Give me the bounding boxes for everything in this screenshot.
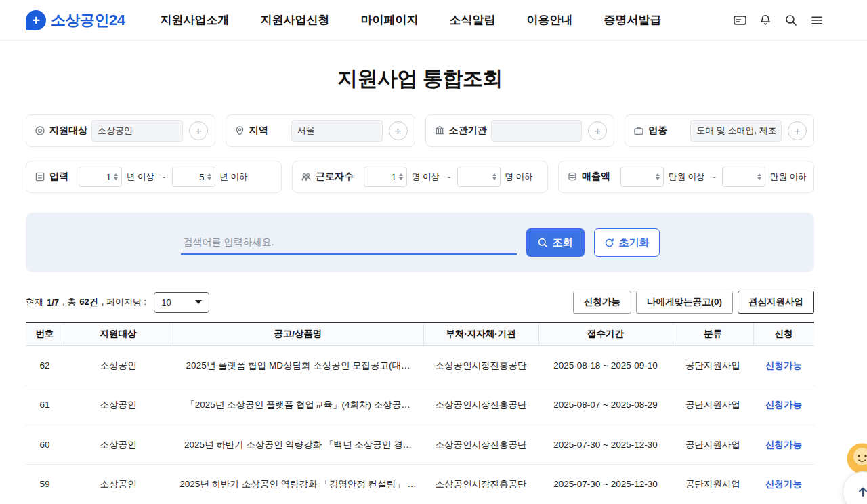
filter-row-1: 지원대상 지역 소관기관 업종 xyxy=(26,114,814,147)
cell-target: 소상공인 xyxy=(64,345,173,385)
nav-item-certificates[interactable]: 증명서발급 xyxy=(604,12,661,28)
col-header-no: 번호 xyxy=(26,322,64,345)
cell-category: 공단지원사업 xyxy=(673,345,753,385)
filter-row-2: 업력 년 이상 ~ 년 이하 근로자수 명 이상 ~ 명 이하 xyxy=(26,161,814,193)
logo[interactable]: + 소상공인24 xyxy=(26,10,125,30)
industry-input[interactable] xyxy=(690,120,782,142)
support-target-input[interactable] xyxy=(91,120,183,142)
cell-target: 소상공인 xyxy=(64,385,173,425)
nav-item-support-apply[interactable]: 지원사업신청 xyxy=(260,12,329,28)
filter-label-text: 근로자수 xyxy=(316,171,354,183)
cell-org: 소상공인시장진흥공단 xyxy=(423,465,538,504)
employees-min-input[interactable] xyxy=(368,172,396,182)
revenue-max-input[interactable] xyxy=(727,172,755,182)
filter-industry-label: 업종 xyxy=(633,125,690,137)
reset-label: 초기화 xyxy=(619,236,650,249)
per-page-select[interactable]: 10 xyxy=(154,292,209,313)
table-row[interactable]: 59 소상공인 2025년 하반기 소상공인 역량강화 「경영안정 컨설팅」 …… xyxy=(26,465,814,504)
nav-item-news[interactable]: 소식알림 xyxy=(449,12,495,28)
apply-link[interactable]: 신청가능 xyxy=(765,400,802,410)
mascot-icon xyxy=(845,442,867,476)
table-row[interactable]: 61 소상공인 「2025년 소상공인 플랫폼 협업교육」(4회차) 소상공… … xyxy=(26,385,814,425)
menu-icon[interactable] xyxy=(809,12,825,28)
logo-text: 소상공인24 xyxy=(51,10,125,30)
employees-max-input[interactable] xyxy=(462,172,490,182)
cell-title[interactable]: 2025년 하반기 소상공인 역량강화 「백년 소상공인 경… xyxy=(173,425,423,465)
stepper-icon[interactable] xyxy=(399,173,403,180)
cell-no: 60 xyxy=(26,425,64,465)
cell-org: 소상공인시장진흥공단 xyxy=(423,425,538,465)
agency-input[interactable] xyxy=(491,120,583,142)
stepper-icon[interactable] xyxy=(207,173,211,180)
certificate-icon[interactable] xyxy=(732,12,748,28)
stepper-icon[interactable] xyxy=(656,173,660,180)
briefcase-icon xyxy=(633,125,644,136)
filter-applicable-button[interactable]: 신청가능 xyxy=(573,291,631,314)
logo-plus-icon: + xyxy=(26,10,46,30)
region-input[interactable] xyxy=(291,120,383,142)
table-row[interactable]: 60 소상공인 2025년 하반기 소상공인 역량강화 「백년 소상공인 경… … xyxy=(26,425,814,465)
filter-label-text: 지역 xyxy=(249,125,268,137)
table-row[interactable]: 62 소상공인 2025년 플랫폼 협업 MD상담회 소상공인 모집공고(대… … xyxy=(26,345,814,385)
col-header-period: 접수기간 xyxy=(538,322,673,345)
mascot-badge[interactable] xyxy=(845,442,867,476)
col-header-title: 공고/상품명 xyxy=(173,322,423,345)
filter-agency: 소관기관 xyxy=(425,114,615,147)
revenue-max-box xyxy=(722,167,765,187)
cell-title[interactable]: 2025년 하반기 소상공인 역량강화 「경영안정 컨설팅」 … xyxy=(173,465,423,504)
add-industry-button[interactable] xyxy=(788,121,807,140)
years-min-unit: 년 이상 xyxy=(127,171,154,183)
arrow-up-icon xyxy=(856,485,867,499)
header-icons xyxy=(732,12,825,28)
summary-per-page-label: , 페이지당 : xyxy=(102,296,146,308)
favorite-programs-button[interactable]: 관심지원사업 xyxy=(738,291,814,314)
table-header-row: 번호 지원대상 공고/상품명 부처·지자체·기관 접수기간 분류 신청 xyxy=(26,322,814,345)
chevron-down-icon xyxy=(195,300,202,304)
location-pin-icon xyxy=(234,125,245,136)
stepper-icon[interactable] xyxy=(114,173,118,180)
add-agency-button[interactable] xyxy=(588,121,607,140)
cell-period: 2025-07-30 ~ 2025-12-30 xyxy=(538,465,673,504)
revenue-min-input[interactable] xyxy=(625,172,653,182)
nav-item-guide[interactable]: 이용안내 xyxy=(526,12,572,28)
employees-min-box xyxy=(364,167,407,187)
cell-title[interactable]: 「2025년 소상공인 플랫폼 협업교육」(4회차) 소상공… xyxy=(173,385,423,425)
coins-icon xyxy=(567,171,578,182)
keyword-search-input[interactable] xyxy=(181,230,517,255)
page-title: 지원사업 통합조회 xyxy=(26,65,814,93)
main-nav: 지원사업소개 지원사업신청 마이페이지 소식알림 이용안내 증명서발급 xyxy=(160,12,661,28)
search-icon[interactable] xyxy=(783,12,799,28)
nav-item-mypage[interactable]: 마이페이지 xyxy=(360,12,418,28)
years-max-input[interactable] xyxy=(177,172,205,182)
reset-button[interactable]: 초기화 xyxy=(594,228,660,257)
years-min-box xyxy=(79,167,122,187)
apply-link[interactable]: 신청가능 xyxy=(765,360,802,371)
summary-current-label: 현재 xyxy=(26,296,43,308)
range-tilde: ~ xyxy=(446,172,451,182)
add-region-button[interactable] xyxy=(389,121,408,140)
cell-org: 소상공인시장진흥공단 xyxy=(423,345,538,385)
search-submit-button[interactable]: 조회 xyxy=(526,228,585,257)
apply-link[interactable]: 신청가능 xyxy=(765,440,802,450)
years-min-input[interactable] xyxy=(83,172,111,182)
cell-target: 소상공인 xyxy=(64,465,173,504)
results-summary: 현재 1/7 , 총 62건 , 페이지당 : 10 xyxy=(26,292,209,313)
cell-org: 소상공인시장진흥공단 xyxy=(423,385,538,425)
filter-label-text: 지원대상 xyxy=(49,125,87,137)
stepper-icon[interactable] xyxy=(492,173,496,180)
years-icon xyxy=(35,171,45,182)
col-header-apply: 신청 xyxy=(753,322,814,345)
filter-agency-label: 소관기관 xyxy=(434,125,491,137)
stepper-icon[interactable] xyxy=(757,173,761,180)
notification-bell-icon[interactable] xyxy=(757,12,774,28)
cell-no: 59 xyxy=(26,465,64,504)
apply-link[interactable]: 신청가능 xyxy=(765,479,802,489)
nav-item-support-intro[interactable]: 지원사업소개 xyxy=(160,12,229,28)
scroll-top-button[interactable] xyxy=(843,471,867,504)
add-support-target-button[interactable] xyxy=(189,121,208,140)
filter-label-text: 업력 xyxy=(49,171,68,183)
cell-title[interactable]: 2025년 플랫폼 협업 MD상담회 소상공인 모집공고(대… xyxy=(173,345,423,385)
matched-notices-button[interactable]: 나에게맞는공고(0) xyxy=(636,291,733,314)
filter-label-text: 매출액 xyxy=(582,171,610,183)
target-icon xyxy=(35,125,45,136)
